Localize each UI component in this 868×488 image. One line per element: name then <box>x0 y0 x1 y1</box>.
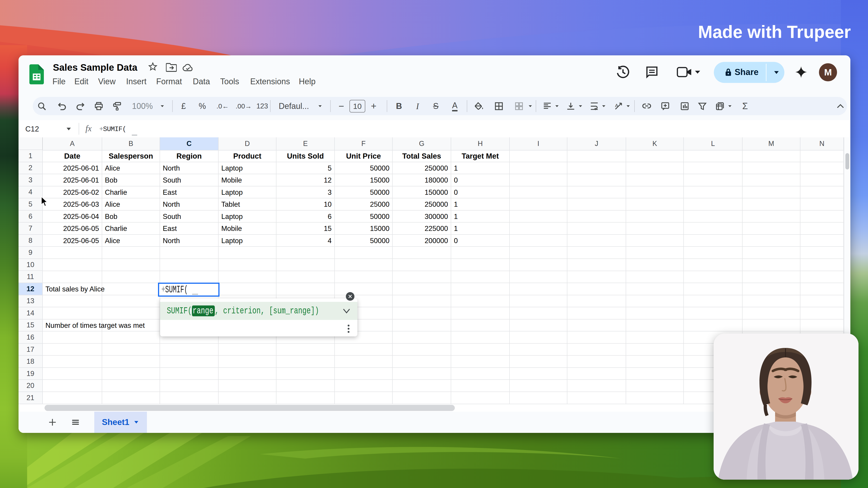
svg-text:A: A <box>615 103 618 108</box>
